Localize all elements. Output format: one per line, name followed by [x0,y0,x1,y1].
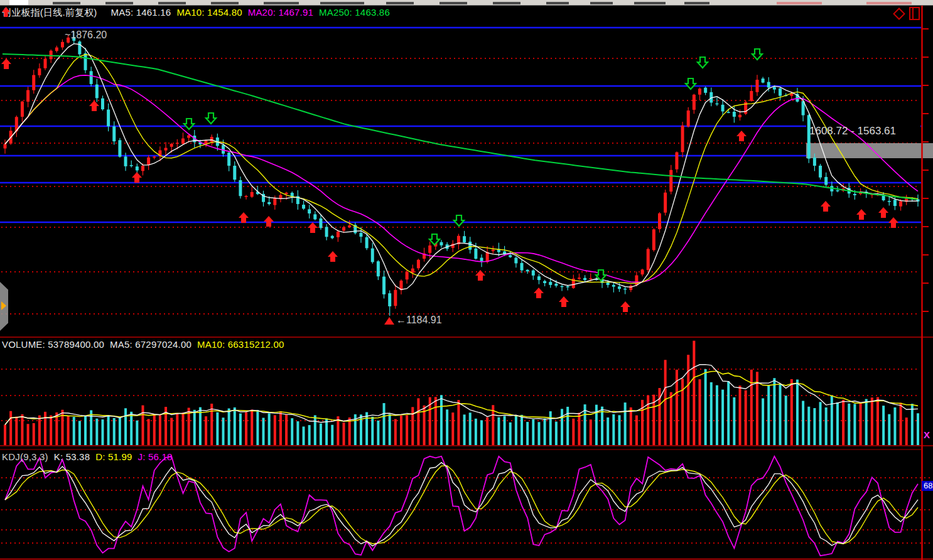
menu-item-fragment [493,2,520,4]
left-panel-expand-handle[interactable] [0,282,8,331]
volume-value: VOLUME: 53789400.00 [2,339,104,350]
menu-item-fragment [440,2,467,4]
ma5-value: MA5: 1461.16 [111,7,171,18]
chart-plot-canvas[interactable] [0,0,933,560]
main-candles-group [4,31,920,316]
menu-item-fragment-red [866,2,912,4]
main-ma-lines-group [3,44,918,290]
kdj-pane-header: KDJ(9,3,3)K: 53.38D: 51.99J: 56.18 [2,451,178,462]
menu-item-fragment [684,2,709,4]
ma20-value: MA20: 1467.91 [248,7,313,18]
gap-range-annotation: 1608.72 - 1563.61 [809,125,896,137]
trading-terminal-window: 创业板指(日线.前复权)MA5: 1461.16MA10: 1454.80MA2… [0,0,933,560]
kdj-pane-group [1,456,932,556]
menu-item-fragment [386,2,414,4]
menu-item-fragment [320,2,364,4]
expand-arrow-icon [1,301,6,310]
menu-item-fragment [105,2,133,4]
menu-item-fragment [9,0,28,5]
main-chart-header: 创业板指(日线.前复权)MA5: 1461.16MA10: 1454.80MA2… [2,7,396,19]
menu-bar[interactable] [0,0,933,6]
volume-ma5-value: MA5: 67297024.00 [110,339,191,350]
menu-item-fragment [590,2,613,4]
high-price-annotation: ~1876.20 [65,30,107,41]
menu-item-fragment [264,2,299,4]
menu-item-fragment [634,2,666,4]
menu-item-fragment-red [777,2,822,4]
main-gridlines-group [0,28,933,314]
menu-item-fragment [53,2,80,4]
menu-item-fragment [211,2,239,4]
kdj-scale-badge: 68 [922,481,933,491]
kdj-label: KDJ(9,3,3) [2,451,48,462]
kdj-k-value: K: 53.38 [54,451,90,462]
kdj-d-value: D: 51.99 [95,451,132,462]
low-price-annotation: ←1184.91 [396,315,442,326]
pane-borders-group [0,5,933,560]
right-margin-x-label: X [924,429,930,440]
ma250-value: MA250: 1463.86 [319,7,390,18]
volume-pane-group [1,341,920,445]
menu-item-fragment [158,2,186,4]
volume-ma10-value: MA10: 66315212.00 [197,339,284,350]
split-window-icon[interactable] [909,7,920,20]
symbol-title: 创业板指(日线.前复权) [2,7,97,18]
menu-item-fragment [546,2,569,4]
split-window-icon-bar [912,8,914,19]
kdj-j-value: J: 56.18 [138,451,173,462]
ma10-value: MA10: 1454.80 [176,7,242,18]
volume-pane-header: VOLUME: 53789400.00MA5: 67297024.00MA10:… [2,339,290,350]
